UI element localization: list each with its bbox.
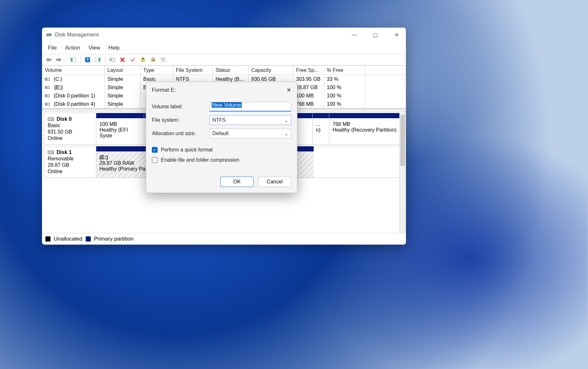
- window-controls: ― ▢ ✕: [349, 30, 402, 40]
- svg-rect-11: [109, 58, 115, 62]
- delete-icon[interactable]: [118, 56, 127, 64]
- menu-help[interactable]: Help: [105, 43, 123, 52]
- filesystem-label: File system:: [152, 117, 209, 123]
- col-filesystem[interactable]: File System: [173, 65, 213, 75]
- legend-swatch-primary: [86, 236, 91, 242]
- titlebar[interactable]: Disk Management ― ▢ ✕: [42, 28, 406, 42]
- svg-rect-6: [71, 58, 73, 61]
- maximize-button[interactable]: ▢: [370, 30, 381, 40]
- compression-checkbox[interactable]: [152, 157, 158, 163]
- filesystem-combo[interactable]: NTFS⌄: [209, 115, 291, 125]
- chevron-down-icon: ⌄: [284, 131, 288, 137]
- col-status[interactable]: Status: [213, 65, 249, 75]
- compression-label: Enable file and folder compression: [161, 157, 239, 163]
- svg-rect-31: [48, 118, 54, 121]
- minimize-button[interactable]: ―: [349, 30, 360, 40]
- volume-label-label: Volume label:: [152, 104, 209, 110]
- dialog-close-icon[interactable]: ✕: [286, 87, 291, 94]
- help-icon[interactable]: ?: [83, 56, 92, 64]
- svg-rect-24: [45, 79, 47, 80]
- svg-marker-15: [141, 57, 145, 59]
- svg-text:?: ?: [86, 58, 89, 62]
- col-pctfree[interactable]: % Free: [324, 65, 365, 75]
- legend: Unallocated Primary partition: [42, 233, 406, 244]
- format-dialog: Format E: ✕ Volume label: New Volume Fil…: [146, 82, 297, 193]
- show-panel-icon[interactable]: [69, 56, 78, 64]
- svg-point-12: [110, 59, 112, 60]
- svg-rect-2: [49, 34, 51, 35]
- chevron-down-icon: ⌄: [284, 117, 288, 123]
- disk-header[interactable]: Disk 1Removable28.87 GBOnline: [44, 146, 96, 178]
- svg-rect-30: [45, 104, 47, 105]
- dialog-title: Format E:: [152, 87, 176, 93]
- legend-swatch-unallocated: [45, 236, 51, 242]
- svg-rect-14: [141, 59, 145, 62]
- svg-rect-26: [45, 87, 47, 88]
- panel-right-icon[interactable]: [93, 56, 102, 64]
- legend-label-unallocated: Unallocated: [54, 236, 82, 242]
- menu-action[interactable]: Action: [62, 43, 83, 52]
- svg-rect-10: [98, 58, 100, 61]
- legend-label-primary: Primary partition: [94, 236, 134, 242]
- vertical-scrollbar[interactable]: [399, 111, 406, 233]
- back-icon[interactable]: [44, 56, 53, 64]
- svg-marker-3: [46, 58, 51, 62]
- menu-view[interactable]: View: [85, 43, 104, 52]
- col-layout[interactable]: Layout: [105, 65, 141, 75]
- svg-rect-28: [45, 95, 47, 96]
- toolbar: ?: [42, 54, 406, 65]
- volume-grid-header: Volume Layout Type File System Status Ca…: [42, 65, 406, 75]
- disk-header[interactable]: Disk 0Basic931.50 GBOnline: [44, 113, 96, 144]
- svg-point-34: [52, 152, 53, 153]
- col-capacity[interactable]: Capacity: [249, 65, 294, 75]
- col-free[interactable]: Free Sp...: [294, 65, 324, 75]
- up-icon[interactable]: [138, 56, 147, 64]
- app-icon: [46, 32, 52, 38]
- partition[interactable]: ...n): [313, 113, 329, 144]
- search-icon[interactable]: [149, 56, 158, 64]
- close-button[interactable]: ✕: [391, 30, 402, 40]
- svg-point-32: [52, 119, 53, 120]
- svg-rect-33: [48, 151, 54, 154]
- svg-rect-1: [47, 34, 49, 35]
- menu-bar: File Action View Help: [42, 42, 406, 54]
- cancel-button[interactable]: Cancel: [258, 177, 291, 187]
- ok-button[interactable]: OK: [220, 177, 254, 187]
- window-title: Disk Management: [55, 32, 99, 38]
- volume-label-input[interactable]: New Volume: [209, 102, 291, 111]
- svg-marker-4: [56, 58, 62, 62]
- forward-icon[interactable]: [54, 56, 63, 64]
- list-check-icon[interactable]: [159, 56, 168, 64]
- check-icon[interactable]: [128, 56, 137, 64]
- properties-icon[interactable]: [108, 56, 117, 64]
- menu-file[interactable]: File: [45, 43, 60, 52]
- allocation-unit-combo[interactable]: Default⌄: [209, 129, 291, 138]
- dialog-titlebar[interactable]: Format E: ✕: [146, 82, 297, 98]
- col-type[interactable]: Type: [141, 65, 173, 75]
- col-volume[interactable]: Volume: [42, 65, 105, 75]
- quick-format-checkbox[interactable]: ✓: [152, 147, 158, 153]
- quick-format-label: Perform a quick format: [161, 147, 213, 153]
- partition[interactable]: 768 MBHealthy (Recovery Partition): [329, 113, 404, 144]
- partition[interactable]: 100 MBHealthy (EFI Syste: [96, 113, 144, 144]
- svg-rect-13: [130, 57, 135, 62]
- allocation-unit-label: Allocation unit size:: [152, 131, 209, 136]
